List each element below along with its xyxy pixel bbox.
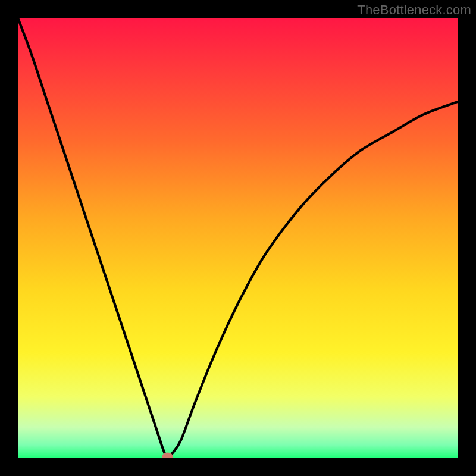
chart-outer-frame: TheBottleneck.com: [0, 0, 476, 476]
bottleneck-chart: [18, 18, 458, 458]
watermark-text: TheBottleneck.com: [357, 2, 471, 18]
plot-area: [18, 18, 458, 458]
gradient-background: [18, 18, 458, 458]
